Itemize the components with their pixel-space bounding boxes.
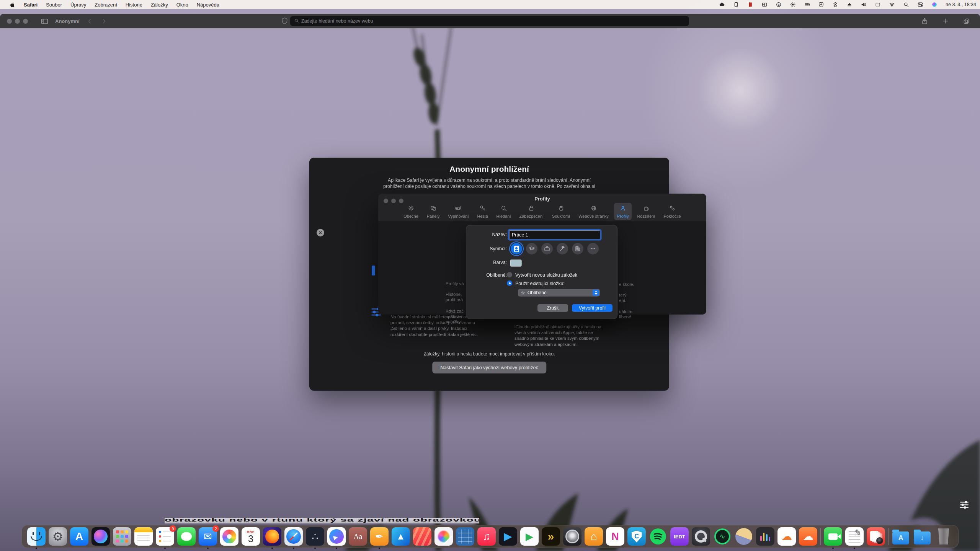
dock-wave-app[interactable]: ∿	[713, 527, 732, 546]
dock-photo-booth[interactable]	[867, 527, 885, 546]
symbol-hammer[interactable]	[557, 243, 568, 254]
dock-siri[interactable]	[91, 527, 110, 546]
symbol-building[interactable]	[572, 243, 583, 254]
dock-firefox[interactable]	[263, 527, 281, 546]
wifi-icon[interactable]	[889, 2, 895, 8]
color-swatch[interactable]	[510, 259, 522, 267]
dock-affinity-publisher[interactable]	[413, 527, 431, 546]
tab-roz-en-[interactable]: Rozšíření	[634, 203, 658, 220]
dock-downloads-folder[interactable]: ↓	[913, 527, 931, 546]
menu-safari[interactable]: Safari	[20, 2, 42, 8]
tab-zabezpe-en-[interactable]: Zabezpečení	[516, 203, 547, 220]
dock-iedt-app[interactable]: IEDT	[670, 527, 689, 546]
profile-name-input[interactable]: Práce 1	[509, 230, 600, 239]
dock-pages[interactable]: ✒	[370, 527, 389, 546]
new-tab-icon[interactable]	[942, 18, 949, 24]
dock-calendar[interactable]: BŘE3	[242, 527, 260, 546]
symbol-graduation-cap[interactable]	[526, 243, 537, 254]
dock-launchpad[interactable]	[113, 527, 131, 546]
tab-webov-str-nky[interactable]: Webové stránky	[575, 203, 612, 220]
menu-úpravy[interactable]: Úpravy	[66, 2, 90, 8]
menu-okno[interactable]: Okno	[172, 2, 193, 8]
sync-icon[interactable]: S	[776, 2, 782, 8]
dock-photo-circle-app[interactable]	[735, 527, 753, 546]
dock-spotify[interactable]	[649, 527, 667, 546]
dock-pixelmator[interactable]	[434, 527, 453, 546]
close-window-button[interactable]	[7, 19, 12, 24]
menu-zobrazení[interactable]: Zobrazení	[90, 2, 121, 8]
dock-finder[interactable]	[27, 527, 46, 546]
menu-nápověda[interactable]: Nápověda	[193, 2, 224, 8]
airpods-icon[interactable]	[804, 2, 810, 8]
wallpaper-sliders-icon[interactable]	[959, 499, 970, 512]
close-icon[interactable]	[317, 229, 324, 236]
cancel-button[interactable]: Zrušit	[537, 304, 568, 312]
stack-icon[interactable]	[832, 2, 838, 8]
tab-pokro-il-[interactable]: Pokročilé	[661, 203, 684, 220]
dock-camo[interactable]: »	[542, 527, 560, 546]
tab-hesla[interactable]: Hesla	[474, 203, 491, 220]
dock-facetime[interactable]	[824, 527, 842, 546]
eject-icon[interactable]	[846, 2, 853, 8]
dock-reminders[interactable]: 9	[156, 527, 174, 546]
tab-vypl-ov-n-[interactable]: Vyplňování	[445, 203, 472, 220]
dock-affinity-designer[interactable]: ▲	[392, 527, 410, 546]
dock-messages[interactable]	[177, 527, 196, 546]
dock-trash[interactable]	[934, 527, 953, 546]
tab-profily[interactable]: Profily	[614, 203, 632, 220]
cloud-icon[interactable]	[719, 2, 725, 8]
dock-graph-app[interactable]: ∴	[306, 527, 324, 546]
privacy-shield-icon[interactable]	[281, 17, 288, 24]
dock-applications-folder[interactable]: A	[892, 527, 910, 546]
symbol-profile-badge-selected[interactable]	[511, 243, 522, 254]
dock-mosaic-app[interactable]	[456, 527, 474, 546]
tab-soukrom-[interactable]: Soukromí	[549, 203, 573, 220]
control-center-icon[interactable]	[917, 2, 923, 8]
dock-lens-app[interactable]	[563, 527, 581, 546]
dock-soundcloud[interactable]: ☁	[799, 527, 817, 546]
dock-notes[interactable]	[134, 527, 153, 546]
dock-system-settings[interactable]: ⚙	[49, 527, 67, 546]
zoom-window-button[interactable]	[23, 19, 28, 24]
volume-icon[interactable]	[861, 2, 867, 8]
red-book-icon[interactable]	[747, 2, 753, 8]
dock-news-reader[interactable]: N	[606, 527, 624, 546]
symbol-more[interactable]	[587, 243, 599, 254]
window-controls[interactable]	[0, 19, 37, 24]
dock-dictionary[interactable]: Aa	[349, 527, 367, 546]
tab-obecn-[interactable]: Obecné	[400, 203, 421, 220]
window-layout-icon[interactable]	[761, 2, 768, 8]
set-default-browser-button[interactable]: Nastavit Safari jako výchozí webový proh…	[432, 362, 546, 373]
create-profile-button[interactable]: Vytvořit profil	[572, 304, 612, 312]
dock-home[interactable]: ⌂	[585, 527, 603, 546]
dock-textedit[interactable]: ✎	[845, 527, 864, 546]
dock-infuse-player[interactable]: ▶	[499, 527, 517, 546]
tab-panely[interactable]: Panely	[424, 203, 443, 220]
folder-select[interactable]: ☆ Oblíbené	[518, 289, 600, 297]
apple-menu[interactable]	[5, 2, 20, 8]
sidebar-icon[interactable]	[41, 18, 48, 25]
back-button[interactable]	[87, 18, 93, 24]
address-bar[interactable]: Zadejte hledání nebo název webu	[290, 16, 689, 26]
share-icon[interactable]	[921, 18, 928, 25]
spotlight-icon[interactable]	[903, 2, 909, 8]
dock-photos[interactable]	[220, 527, 238, 546]
device-icon[interactable]	[733, 2, 739, 8]
dock-mail[interactable]: ✉2	[199, 527, 217, 546]
siri-icon[interactable]	[931, 2, 938, 8]
dock-music[interactable]: ♫	[477, 527, 496, 546]
dock-shield-app[interactable]: C	[627, 527, 646, 546]
dock-quicktime[interactable]	[692, 527, 710, 546]
screen-mirroring-icon[interactable]	[875, 2, 881, 8]
tab-hled-n-[interactable]: Hledání	[493, 203, 514, 220]
brightness-icon[interactable]	[790, 2, 796, 8]
shield-arrow-icon[interactable]	[818, 2, 824, 8]
radio-existing-folder[interactable]	[507, 280, 512, 286]
dock-media-player[interactable]: ▶	[520, 527, 539, 546]
forward-button[interactable]	[101, 18, 107, 24]
dock-safari[interactable]	[284, 527, 303, 546]
radio-new-folder[interactable]	[507, 272, 512, 277]
dock-messenger[interactable]: ▶	[327, 527, 346, 546]
menu-soubor[interactable]: Soubor	[42, 2, 66, 8]
dock-app-store[interactable]: A	[70, 527, 88, 546]
